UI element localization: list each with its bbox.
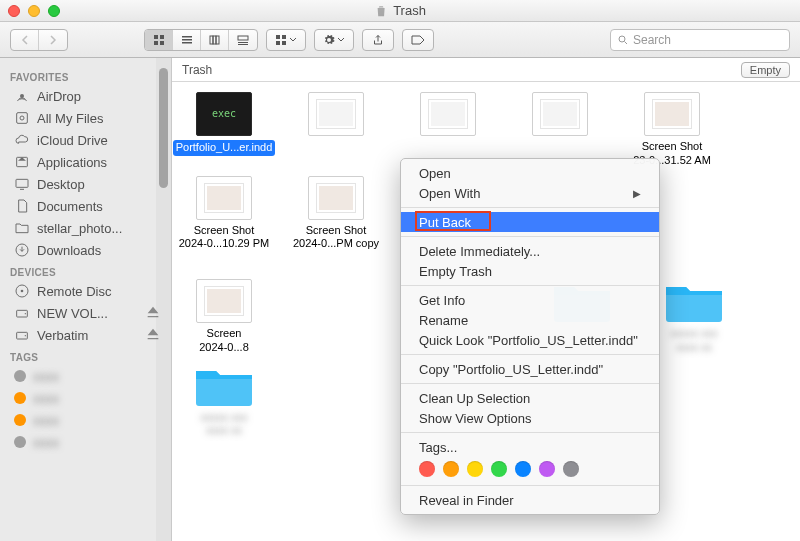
menu-item-empty-trash[interactable]: Empty Trash [401,261,659,281]
zoom-window-button[interactable] [48,5,60,17]
menu-item-label: Show View Options [419,411,532,426]
share-icon [372,34,384,46]
sidebar-item-downloads[interactable]: Downloads [0,239,171,261]
sidebar-heading: Favorites [0,66,171,85]
menu-separator [401,485,659,486]
minimize-window-button[interactable] [28,5,40,17]
tag-color-swatch[interactable] [563,461,579,477]
menu-item-delete-immediately[interactable]: Delete Immediately... [401,241,659,261]
svg-rect-9 [216,36,219,44]
menu-item-clean-up-selection[interactable]: Clean Up Selection [401,388,659,408]
file-item[interactable] [512,92,608,168]
sidebar-item-documents[interactable]: Documents [0,195,171,217]
file-label: Portfolio_U...er.indd [173,140,276,156]
action-dropdown[interactable] [314,29,354,51]
tag-dot-icon [14,370,26,382]
share-button[interactable] [362,29,394,51]
nav-back-forward [10,29,68,51]
file-item[interactable]: Screen2024-0...8 [176,279,272,355]
search-field[interactable]: Search [610,29,790,51]
file-item[interactable]: execPortfolio_U...er.indd [176,92,272,168]
menu-item-tags[interactable]: Tags... [401,437,659,457]
sidebar-tag-item[interactable]: xxxx [0,387,171,409]
tag-color-swatch[interactable] [515,461,531,477]
docs-icon [14,198,30,214]
tag-color-swatch[interactable] [419,461,435,477]
arrange-dropdown[interactable] [266,29,306,51]
sidebar: FavoritesAirDropAll My FilesiCloud Drive… [0,58,172,541]
column-view-button[interactable] [201,30,229,50]
tag-color-swatch[interactable] [467,461,483,477]
sidebar-item-stellar-photo-[interactable]: stellar_photo... [0,217,171,239]
sidebar-item-remote-disc[interactable]: Remote Disc [0,280,171,302]
menu-item-label: Empty Trash [419,264,492,279]
menu-item-label: Delete Immediately... [419,244,540,259]
svg-rect-10 [238,36,248,40]
trash-icon [374,4,388,18]
empty-trash-button[interactable]: Empty [741,62,790,78]
tag-color-swatch[interactable] [443,461,459,477]
menu-item-put-back[interactable]: Put Back [401,212,659,232]
icon-view-button[interactable] [145,30,173,50]
file-item[interactable] [400,92,496,168]
sidebar-item-all-my-files[interactable]: All My Files [0,107,171,129]
sidebar-tag-item[interactable]: xxxx [0,365,171,387]
menu-item-label: Open With [419,186,480,201]
close-window-button[interactable] [8,5,20,17]
forward-button[interactable] [39,30,67,50]
apps-icon [14,154,30,170]
menu-item-label: Quick Look "Portfolio_US_Letter.indd" [419,333,638,348]
menu-item-copy-portfolio-us-letter-indd[interactable]: Copy "Portfolio_US_Letter.indd" [401,359,659,379]
svg-point-27 [25,313,26,314]
menu-item-show-view-options[interactable]: Show View Options [401,408,659,428]
sidebar-item-label: xxxx [33,435,59,450]
svg-rect-2 [154,41,158,45]
sidebar-tag-item[interactable]: xxxx [0,431,171,453]
sidebar-item-desktop[interactable]: Desktop [0,173,171,195]
file-item[interactable]: xxxxx xxxxxxx xx [176,363,272,439]
tag-color-swatch[interactable] [491,461,507,477]
svg-rect-3 [160,41,164,45]
menu-item-rename[interactable]: Rename [401,310,659,330]
sidebar-item-label: Desktop [37,177,161,192]
file-label: Screen Shot2024-0...PM copy [293,224,379,252]
sidebar-item-icloud-drive[interactable]: iCloud Drive [0,129,171,151]
sidebar-scrollbar-thumb[interactable] [159,68,168,188]
svg-rect-6 [182,42,192,44]
menu-tag-colors [401,457,659,481]
svg-rect-11 [238,42,248,43]
file-item[interactable]: Screen Shot23-0...31.52 AM [624,92,720,168]
sidebar-item-label: xxxx [33,391,59,406]
sidebar-item-label: AirDrop [37,89,161,104]
file-item[interactable]: Screen Shot2024-0...10.29 PM [176,176,272,252]
sidebar-tag-item[interactable]: xxxx [0,409,171,431]
drive-icon [14,305,30,321]
menu-item-open-with[interactable]: Open With▶ [401,183,659,203]
sidebar-item-applications[interactable]: Applications [0,151,171,173]
menu-item-quick-look-portfolio-us-letter-indd[interactable]: Quick Look "Portfolio_US_Letter.indd" [401,330,659,350]
file-item[interactable]: Screen Shot2024-0...PM copy [288,176,384,252]
svg-point-29 [25,335,26,336]
file-item[interactable]: xxxxx xxxxxxx xx [646,279,742,355]
sidebar-item-airdrop[interactable]: AirDrop [0,85,171,107]
sidebar-item-label: stellar_photo... [37,221,161,236]
menu-separator [401,207,659,208]
sidebar-item-label: Applications [37,155,161,170]
back-button[interactable] [11,30,39,50]
svg-rect-1 [160,35,164,39]
list-view-button[interactable] [173,30,201,50]
sidebar-item-verbatim[interactable]: Verbatim [0,324,171,346]
sidebar-item-new-vol-[interactable]: NEW VOL... [0,302,171,324]
tags-button[interactable] [402,29,434,51]
menu-item-reveal-in-finder[interactable]: Reveal in Finder [401,490,659,510]
menu-item-open[interactable]: Open [401,163,659,183]
airdrop-icon [14,88,30,104]
cover-flow-view-button[interactable] [229,30,257,50]
file-item[interactable] [288,92,384,168]
svg-rect-15 [276,41,280,45]
tag-color-swatch[interactable] [539,461,555,477]
toolbar: Search [0,22,800,58]
sidebar-scrollbar[interactable] [156,58,171,541]
menu-separator [401,432,659,433]
menu-item-get-info[interactable]: Get Info [401,290,659,310]
